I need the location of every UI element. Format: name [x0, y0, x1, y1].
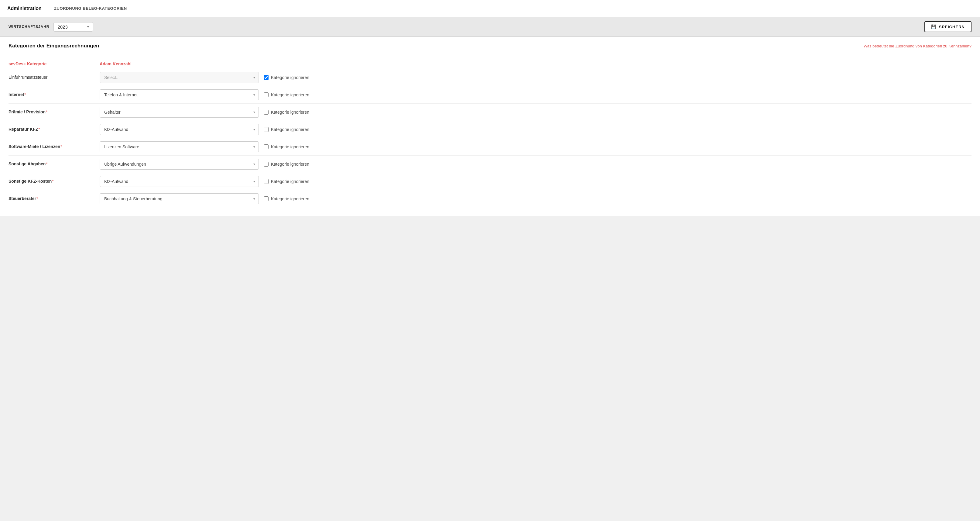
table-row: Reparatur KFZ*Kfz-Aufwand▾Kategorie igno… — [8, 121, 972, 138]
ignore-checkbox[interactable] — [264, 75, 269, 80]
ignore-label: Kategorie ignorieren — [271, 92, 309, 97]
category-select[interactable]: Kfz-Aufwand — [100, 124, 259, 135]
table-row: Sonstige Abgaben*Übrige Aufwendungen▾Kat… — [8, 155, 972, 173]
select-wrapper: Telefon & Internet▾ — [100, 89, 259, 100]
ignore-checkbox-label[interactable]: Kategorie ignorieren — [264, 196, 972, 201]
select-wrapper: Kfz-Aufwand▾ — [100, 124, 259, 135]
select-wrapper: Select...▾ — [100, 72, 259, 83]
save-icon: 💾 — [931, 24, 937, 29]
required-star: * — [46, 109, 48, 115]
ignore-checkbox[interactable] — [264, 179, 269, 184]
category-label: Software-Miete / Lizenzen* — [8, 144, 100, 150]
ignore-label: Kategorie ignorieren — [271, 110, 309, 115]
top-bar: Administration ZUORDNUNG BELEG-KATEGORIE… — [0, 0, 980, 17]
required-star: * — [38, 126, 40, 132]
year-value: 2023 — [57, 24, 67, 29]
category-select[interactable]: Kfz-Aufwand — [100, 176, 259, 187]
select-wrapper: Buchhaltung & Steuerberatung▾ — [100, 193, 259, 204]
ignore-checkbox-label[interactable]: Kategorie ignorieren — [264, 162, 972, 167]
category-select[interactable]: Übrige Aufwendungen — [100, 159, 259, 170]
save-label: SPEICHERN — [939, 25, 965, 29]
table-header-row: sevDesk Kategorie Adam Kennzahl — [8, 57, 972, 69]
select-wrapper: Gehälter▾ — [100, 107, 259, 118]
ignore-checkbox[interactable] — [264, 127, 269, 132]
category-label: Reparatur KFZ* — [8, 126, 100, 132]
category-select[interactable]: Telefon & Internet — [100, 89, 259, 100]
category-select[interactable]: Lizenzen Software — [100, 141, 259, 152]
category-label: Sonstige KFZ-Kosten* — [8, 178, 100, 185]
wirtschaftsjahr-label: WIRTSCHAFTSJAHR — [8, 25, 49, 29]
main-content: Kategorien der Eingangsrechnungen Was be… — [0, 37, 980, 216]
rows-container: EinfuhrumsatzsteuerSelect...▾Kategorie i… — [8, 69, 972, 207]
ignore-checkbox-label[interactable]: Kategorie ignorieren — [264, 92, 972, 97]
category-label: Sonstige Abgaben* — [8, 161, 100, 167]
select-wrapper: Übrige Aufwendungen▾ — [100, 159, 259, 170]
category-select[interactable]: Select... — [100, 72, 259, 83]
year-select[interactable]: 2023 ▾ — [54, 22, 93, 32]
select-wrapper: Lizenzen Software▾ — [100, 141, 259, 152]
chevron-down-icon: ▾ — [87, 25, 89, 29]
ignore-label: Kategorie ignorieren — [271, 75, 309, 80]
ignore-label: Kategorie ignorieren — [271, 196, 309, 201]
save-button[interactable]: 💾 SPEICHERN — [924, 21, 972, 32]
table-row: Prämie / Provision*Gehälter▾Kategorie ig… — [8, 104, 972, 121]
admin-link[interactable]: Administration — [7, 6, 48, 11]
toolbar: WIRTSCHAFTSJAHR 2023 ▾ 💾 SPEICHERN — [0, 17, 980, 37]
ignore-checkbox[interactable] — [264, 162, 269, 167]
ignore-label: Kategorie ignorieren — [271, 144, 309, 149]
ignore-checkbox-label[interactable]: Kategorie ignorieren — [264, 127, 972, 132]
required-star: * — [24, 92, 26, 98]
section-header: Kategorien der Eingangsrechnungen Was be… — [0, 37, 980, 54]
table-row: Sonstige KFZ-Kosten*Kfz-Aufwand▾Kategori… — [8, 173, 972, 190]
required-star: * — [37, 196, 38, 202]
ignore-checkbox[interactable] — [264, 110, 269, 115]
required-star: * — [46, 161, 48, 167]
ignore-checkbox[interactable] — [264, 92, 269, 97]
required-star: * — [52, 178, 54, 185]
required-star: * — [60, 144, 62, 150]
ignore-checkbox-label[interactable]: Kategorie ignorieren — [264, 75, 972, 80]
ignore-checkbox[interactable] — [264, 144, 269, 149]
table-row: Internet*Telefon & Internet▾Kategorie ig… — [8, 86, 972, 104]
ignore-checkbox[interactable] — [264, 196, 269, 201]
ignore-label: Kategorie ignorieren — [271, 127, 309, 132]
ignore-label: Kategorie ignorieren — [271, 162, 309, 167]
col2-header: Adam Kennzahl — [100, 61, 264, 66]
category-label: Prämie / Provision* — [8, 109, 100, 115]
table-row: EinfuhrumsatzsteuerSelect...▾Kategorie i… — [8, 69, 972, 86]
help-link[interactable]: Was bedeutet die Zuordnung von Kategorie… — [864, 44, 972, 48]
category-label: Internet* — [8, 92, 100, 98]
toolbar-left: WIRTSCHAFTSJAHR 2023 ▾ — [8, 22, 93, 32]
select-wrapper: Kfz-Aufwand▾ — [100, 176, 259, 187]
category-select[interactable]: Buchhaltung & Steuerberatung — [100, 193, 259, 204]
table-row: Steuerberater*Buchhaltung & Steuerberatu… — [8, 190, 972, 207]
page-subtitle: ZUORDNUNG BELEG-KATEGORIEN — [54, 6, 127, 11]
category-label: Einfuhrumsatzsteuer — [8, 75, 100, 81]
category-select[interactable]: Gehälter — [100, 107, 259, 118]
ignore-checkbox-label[interactable]: Kategorie ignorieren — [264, 179, 972, 184]
col1-header: sevDesk Kategorie — [8, 61, 100, 66]
category-label: Steuerberater* — [8, 196, 100, 202]
ignore-checkbox-label[interactable]: Kategorie ignorieren — [264, 110, 972, 115]
section-title: Kategorien der Eingangsrechnungen — [8, 43, 99, 49]
ignore-checkbox-label[interactable]: Kategorie ignorieren — [264, 144, 972, 149]
ignore-label: Kategorie ignorieren — [271, 179, 309, 184]
category-table: sevDesk Kategorie Adam Kennzahl Einfuhru… — [0, 54, 980, 216]
table-row: Software-Miete / Lizenzen*Lizenzen Softw… — [8, 138, 972, 155]
